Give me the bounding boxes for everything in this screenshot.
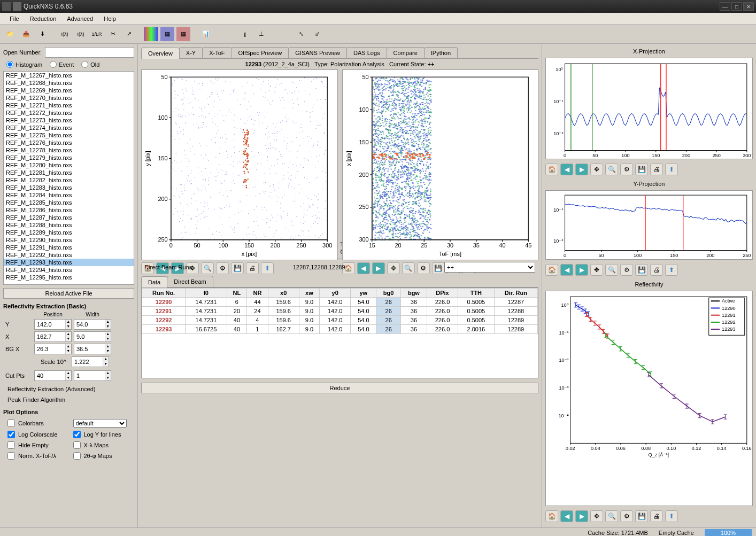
table-cell[interactable]: 12289 (494, 325, 537, 334)
file-item[interactable]: REF_M_12291_histo.nxs (4, 244, 134, 251)
file-item[interactable]: REF_M_12293_histo.nxs (4, 259, 134, 266)
save-icon[interactable]: 💾 (635, 510, 648, 522)
tab-offspec-preview[interactable]: OffSpec Preview (232, 47, 289, 58)
xproj-plot[interactable]: 05010015020025030010⁰10⁻¹10⁻² (545, 58, 753, 159)
file-item[interactable]: REF_M_12286_histo.nxs (4, 206, 134, 214)
table-cell[interactable]: 12290 (142, 298, 186, 307)
radio-old[interactable]: Old (81, 61, 99, 68)
zoom-icon[interactable]: 🔍 (605, 164, 618, 175)
table-cell[interactable]: 159.6 (268, 316, 299, 325)
tool-color3-icon[interactable]: ▦ (176, 27, 190, 41)
up-icon[interactable]: ⬆ (665, 264, 678, 276)
table-cell[interactable]: 36 (400, 316, 427, 325)
tool-chart-icon[interactable]: 📊 (199, 27, 213, 41)
scale-input[interactable]: ▲▼ (72, 356, 109, 367)
table-cell[interactable]: 14.7231 (186, 307, 227, 316)
table-cell[interactable]: 142.0 (320, 307, 351, 316)
table-cell[interactable]: 12289 (494, 316, 537, 325)
table-cell[interactable]: 26 (376, 298, 400, 307)
file-item[interactable]: REF_M_12292_histo.nxs (4, 251, 134, 259)
home-icon[interactable]: 🏠 (545, 164, 558, 175)
table-cell[interactable]: 9.0 (299, 298, 320, 307)
print-icon[interactable]: 🖨 (650, 510, 663, 522)
tab-das-logs[interactable]: DAS Logs (346, 47, 387, 58)
table-cell[interactable]: 36 (400, 307, 427, 316)
chk-logc[interactable] (7, 431, 15, 438)
tool-cut-icon[interactable]: ✂ (106, 27, 120, 41)
table-cell[interactable]: 26 (376, 316, 400, 325)
table-cell[interactable]: 9.0 (299, 316, 320, 325)
menu-help[interactable]: Help (98, 14, 121, 23)
empty-cache[interactable]: Empty Cache (659, 530, 694, 536)
fwd-icon[interactable]: ▶ (575, 510, 588, 522)
table-cell[interactable]: 14.7231 (186, 298, 227, 307)
table-cell[interactable]: 226.0 (427, 307, 458, 316)
tool-onelr-icon[interactable]: 1/LR (90, 27, 104, 41)
file-item[interactable]: REF_M_12269_histo.nxs (4, 87, 134, 94)
file-item[interactable]: REF_M_12283_histo.nxs (4, 184, 134, 191)
file-item[interactable]: REF_M_12295_histo.nxs (4, 274, 134, 281)
extract-width-input[interactable]: ▲▼ (74, 331, 111, 342)
table-cell[interactable]: 54.0 (351, 307, 376, 316)
table-cell[interactable]: 54.0 (351, 325, 376, 334)
open-number-input[interactable] (45, 47, 134, 58)
table-cell[interactable]: 226.0 (427, 316, 458, 325)
cutpts-a-input[interactable]: ▲▼ (34, 370, 72, 381)
back-icon[interactable]: ◀ (560, 164, 573, 175)
minimize-button[interactable]: — (720, 2, 730, 11)
xy-plot[interactable]: 05010015020025030025020015010050x [pix]y… (141, 69, 338, 260)
tab-overview[interactable]: Overview (141, 48, 180, 59)
tool-ilambda1-icon[interactable]: I(λ) (58, 27, 72, 41)
file-item[interactable]: REF_M_12267_histo.nxs (4, 72, 134, 79)
table-cell[interactable]: 142.0 (320, 316, 351, 325)
save-icon[interactable]: 💾 (635, 264, 648, 276)
file-item[interactable]: REF_M_12289_histo.nxs (4, 229, 134, 236)
back-icon[interactable]: ◀ (560, 510, 573, 522)
table-cell[interactable]: 26 (376, 307, 400, 316)
table-cell[interactable]: 0.5005 (458, 316, 495, 325)
tool-open-icon[interactable]: 📁 (3, 27, 17, 41)
table-cell[interactable]: 142.0 (320, 298, 351, 307)
table-cell[interactable]: 4 (247, 316, 268, 325)
print-icon[interactable]: 🖨 (650, 164, 663, 175)
fwd-icon[interactable]: ▶ (575, 164, 588, 175)
table-cell[interactable]: 0.5005 (458, 307, 495, 316)
file-item[interactable]: REF_M_12280_histo.nxs (4, 161, 134, 169)
tool-ilambda2-icon[interactable]: I(λ) (74, 27, 88, 41)
table-cell[interactable]: 162.7 (268, 325, 299, 334)
table-cell[interactable]: 54.0 (351, 316, 376, 325)
file-item[interactable]: REF_M_12288_histo.nxs (4, 221, 134, 229)
file-item[interactable]: REF_M_12285_histo.nxs (4, 199, 134, 206)
up-icon[interactable]: ⬆ (665, 510, 678, 522)
table-cell[interactable]: 226.0 (427, 298, 458, 307)
tool-down-icon[interactable]: ⬇ (35, 27, 49, 41)
table-cell[interactable]: 12293 (142, 325, 186, 334)
peak-finder[interactable]: Peak Finder Algorithm (3, 395, 134, 405)
file-item[interactable]: REF_M_12290_histo.nxs (4, 236, 134, 244)
tab-compare[interactable]: Compare (387, 47, 425, 58)
db-select[interactable]: ++ (444, 262, 535, 273)
pan-icon[interactable]: ✥ (590, 164, 603, 175)
extract-pos-input[interactable]: ▲▼ (34, 344, 72, 354)
table-cell[interactable]: 6 (227, 298, 247, 307)
home-icon[interactable]: 🏠 (545, 510, 558, 522)
table-cell[interactable]: 44 (247, 298, 268, 307)
file-list[interactable]: REF_M_12267_histo.nxsREF_M_12268_histo.n… (3, 71, 134, 285)
fwd-icon[interactable]: ▶ (575, 264, 588, 276)
file-item[interactable]: REF_M_12268_histo.nxs (4, 79, 134, 87)
table-cell[interactable]: 226.0 (427, 325, 458, 334)
table-cell[interactable]: 12288 (494, 307, 537, 316)
file-item[interactable]: REF_M_12272_histo.nxs (4, 109, 134, 116)
file-item[interactable]: REF_M_12278_histo.nxs (4, 146, 134, 154)
maximize-button[interactable]: □ (731, 2, 742, 11)
tab-gisans-preview[interactable]: GISANS Preview (288, 47, 347, 58)
file-item[interactable]: REF_M_12274_histo.nxs (4, 124, 134, 131)
yproj-plot[interactable]: 05010015020025010⁻¹10⁻² (545, 190, 753, 260)
extract-pos-input[interactable]: ▲▼ (34, 319, 72, 330)
table-cell[interactable]: 16.6725 (186, 325, 227, 334)
cutpts-b-input[interactable]: ▲▼ (74, 370, 111, 381)
chk-colorbars[interactable] (7, 420, 15, 427)
tool-arrow-icon[interactable]: ↗ (122, 27, 136, 41)
table-cell[interactable]: 24 (247, 307, 268, 316)
back-icon[interactable]: ◀ (560, 264, 573, 276)
